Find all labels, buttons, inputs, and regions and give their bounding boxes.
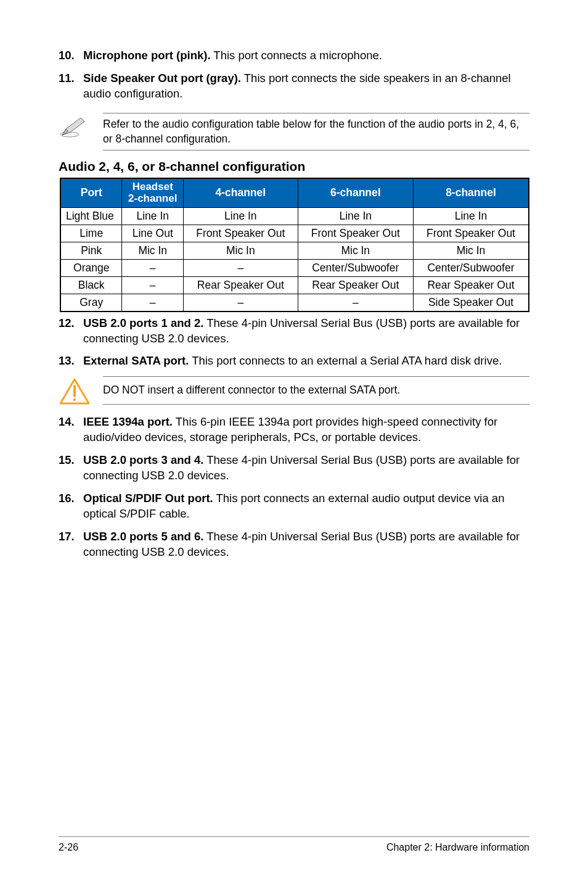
item-number: 15. xyxy=(59,453,83,484)
table-title: Audio 2, 4, 6, or 8-channel configuratio… xyxy=(59,159,529,174)
page-number: 2-26 xyxy=(59,842,78,853)
cell: Rear Speaker Out xyxy=(298,276,413,294)
col-port: Port xyxy=(60,178,122,207)
cell: Light Blue xyxy=(60,207,122,225)
note-block: Refer to the audio configuration table b… xyxy=(59,113,529,151)
chapter-label: Chapter 2: Hardware information xyxy=(386,842,529,853)
col-2ch: Headset 2-channel xyxy=(122,178,184,207)
cell: Center/Subwoofer xyxy=(298,259,413,276)
cell: – xyxy=(184,259,298,276)
item-lead: Side Speaker Out port (gray). xyxy=(83,72,241,85)
col-8ch: 8-channel xyxy=(414,178,529,207)
item-number: 10. xyxy=(59,48,83,64)
item-number: 13. xyxy=(59,353,83,369)
list-item: 11. Side Speaker Out port (gray). This p… xyxy=(59,71,529,102)
cell: Front Speaker Out xyxy=(184,225,298,242)
list-item: 13. External SATA port. This port connec… xyxy=(59,353,529,369)
cell: – xyxy=(122,276,184,294)
item-text: Side Speaker Out port (gray). This port … xyxy=(83,71,529,102)
cell: Gray xyxy=(60,294,122,311)
cell: Lime xyxy=(60,225,122,242)
cell: Front Speaker Out xyxy=(414,225,529,242)
note-text: Refer to the audio configuration table b… xyxy=(103,113,529,151)
warning-text: DO NOT insert a different connector to t… xyxy=(103,376,529,405)
item-number: 17. xyxy=(59,529,83,560)
item-number: 12. xyxy=(59,316,83,347)
table-row: Pink Mic In Mic In Mic In Mic In xyxy=(60,242,529,259)
page-footer: 2-26 Chapter 2: Hardware information xyxy=(59,836,529,853)
svg-point-5 xyxy=(73,398,76,402)
warning-icon xyxy=(59,376,103,406)
item-lead: Microphone port (pink). xyxy=(83,49,211,62)
table-row: Gray – – – Side Speaker Out xyxy=(60,294,529,311)
item-text: Optical S/PDIF Out port. This port conne… xyxy=(83,491,529,522)
cell: Line In xyxy=(298,207,413,225)
cell: Line In xyxy=(414,207,529,225)
pencil-icon xyxy=(59,113,103,139)
item-lead: Optical S/PDIF Out port. xyxy=(83,492,213,505)
item-lead: External SATA port. xyxy=(83,354,189,367)
list-item: 15. USB 2.0 ports 3 and 4. These 4-pin U… xyxy=(59,453,529,484)
item-lead: USB 2.0 ports 3 and 4. xyxy=(83,453,203,466)
table-row: Black – Rear Speaker Out Rear Speaker Ou… xyxy=(60,276,529,294)
cell: – xyxy=(184,294,298,311)
cell: Line Out xyxy=(122,225,184,242)
table-header-row: Port Headset 2-channel 4-channel 6-chann… xyxy=(60,178,529,207)
audio-config-table: Port Headset 2-channel 4-channel 6-chann… xyxy=(60,178,529,311)
table-row: Light Blue Line In Line In Line In Line … xyxy=(60,207,529,225)
item-number: 11. xyxy=(59,71,83,102)
cell: Black xyxy=(60,276,122,294)
cell: Mic In xyxy=(184,242,298,259)
cell: Pink xyxy=(60,242,122,259)
cell: Center/Subwoofer xyxy=(414,259,529,276)
cell: Line In xyxy=(122,207,184,225)
warning-block: DO NOT insert a different connector to t… xyxy=(59,376,529,406)
table-row: Orange – – Center/Subwoofer Center/Subwo… xyxy=(60,259,529,276)
item-text: IEEE 1394a port. This 6-pin IEEE 1394a p… xyxy=(83,415,529,445)
cell: Front Speaker Out xyxy=(298,225,413,242)
item-number: 16. xyxy=(59,491,83,522)
table-row: Lime Line Out Front Speaker Out Front Sp… xyxy=(60,225,529,242)
cell: Mic In xyxy=(122,242,184,259)
cell: Orange xyxy=(60,259,122,276)
item-lead: USB 2.0 ports 5 and 6. xyxy=(83,530,203,543)
cell: Side Speaker Out xyxy=(414,294,529,311)
item-text: USB 2.0 ports 5 and 6. These 4-pin Unive… xyxy=(83,529,529,560)
list-item: 12. USB 2.0 ports 1 and 2. These 4-pin U… xyxy=(59,316,529,347)
list-item: 16. Optical S/PDIF Out port. This port c… xyxy=(59,491,529,522)
item-rest: This port connects a microphone. xyxy=(211,49,382,62)
cell: Rear Speaker Out xyxy=(414,276,529,294)
cell: – xyxy=(122,259,184,276)
list-item: 17. USB 2.0 ports 5 and 6. These 4-pin U… xyxy=(59,529,529,560)
cell: – xyxy=(122,294,184,311)
item-lead: IEEE 1394a port. xyxy=(83,415,173,428)
list-item: 10. Microphone port (pink). This port co… xyxy=(59,48,529,64)
cell: – xyxy=(298,294,413,311)
col-4ch: 4-channel xyxy=(184,178,298,207)
col-6ch: 6-channel xyxy=(298,178,413,207)
cell: Mic In xyxy=(414,242,529,259)
item-rest: This port connects to an external a Seri… xyxy=(189,354,502,367)
cell: Rear Speaker Out xyxy=(184,276,298,294)
list-item: 14. IEEE 1394a port. This 6-pin IEEE 139… xyxy=(59,415,529,445)
item-text: Microphone port (pink). This port connec… xyxy=(83,48,529,64)
item-text: USB 2.0 ports 3 and 4. These 4-pin Unive… xyxy=(83,453,529,484)
item-text: External SATA port. This port connects t… xyxy=(83,353,529,369)
item-lead: USB 2.0 ports 1 and 2. xyxy=(83,316,203,329)
cell: Line In xyxy=(184,207,298,225)
cell: Mic In xyxy=(298,242,413,259)
item-number: 14. xyxy=(59,415,83,445)
item-text: USB 2.0 ports 1 and 2. These 4-pin Unive… xyxy=(83,316,529,347)
